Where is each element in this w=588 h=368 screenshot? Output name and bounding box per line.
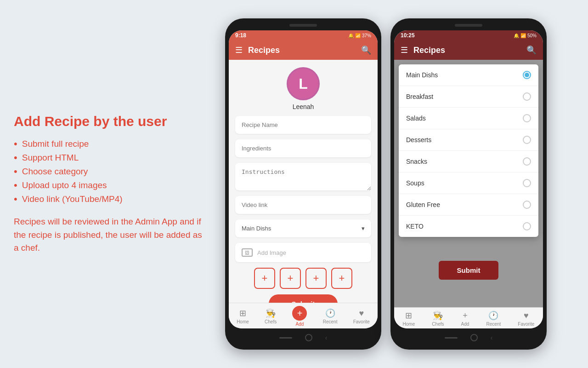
phone2-nav-recent[interactable]: 🕐 Recent <box>486 310 501 327</box>
phone2-search-icon[interactable]: 🔍 <box>526 45 537 55</box>
bullet-1: Submit full recipe <box>14 139 207 149</box>
phone2-status-icons: 🔔 📶 50% <box>514 33 537 38</box>
radio-main-dishs <box>523 71 531 79</box>
nav-recent[interactable]: 🕐 Recent <box>323 308 338 324</box>
dropdown-label-main-dishs: Main Dishs <box>406 71 438 79</box>
phone2-nav-back: ‹ <box>491 334 493 341</box>
dropdown-item-desserts[interactable]: Desserts <box>399 129 538 151</box>
phone2-chefs-icon: 👨‍🍳 <box>433 310 443 321</box>
submit-button[interactable]: Submit <box>269 294 338 303</box>
phone1-nav-bar: ‹ <box>229 331 378 344</box>
dropdown-item-keto[interactable]: KETO <box>399 216 538 237</box>
phone2-nav-home[interactable]: ⊞ Home <box>403 310 415 327</box>
upload-btn-3[interactable]: + <box>305 268 327 289</box>
phone2-nav-chefs-label: Chefs <box>432 322 444 327</box>
upload-btn-4[interactable]: + <box>331 268 352 289</box>
phones-area: 9:18 🔔 📶 37% ☰ Recipes 🔍 L <box>225 18 547 350</box>
phone2-nav-bar: ‹ <box>394 331 543 344</box>
description-text: Recipes will be reviewed in the Admin Ap… <box>14 215 207 255</box>
radio-keto <box>523 222 531 230</box>
dropdown-item-salads[interactable]: Salads <box>399 108 538 129</box>
phone2-nav-recent-label: Recent <box>486 322 501 327</box>
video-link-input[interactable] <box>235 196 371 214</box>
dropdown-label-snacks: Snacks <box>406 158 427 165</box>
add-image-label: Add Image <box>257 249 286 256</box>
dropdown-label-breakfast: Breakfast <box>406 93 433 100</box>
phone1-screen: 9:18 🔔 📶 37% ☰ Recipes 🔍 L <box>229 30 378 328</box>
home-icon: ⊞ <box>239 308 246 318</box>
phone2-submit-area: Submit <box>394 261 543 280</box>
nav-chefs[interactable]: 👨‍🍳 Chefs <box>265 308 277 324</box>
category-dropdown[interactable]: Main Dishs ▾ <box>235 219 371 237</box>
nav-add[interactable]: + Add <box>292 306 307 327</box>
phone2-nav-favorite[interactable]: ♥ Favorite <box>518 311 534 327</box>
radio-snacks <box>523 157 531 166</box>
left-panel: Add Recipe by the user Submit full recip… <box>14 113 207 255</box>
dropdown-item-breakfast[interactable]: Breakfast <box>399 86 538 108</box>
phone2-nav-home <box>470 334 478 341</box>
page-title: Add Recipe by the user <box>14 113 207 130</box>
nav-home-label: Home <box>237 319 249 324</box>
bullet-2: Support HTML <box>14 153 207 163</box>
dropdown-label-desserts: Desserts <box>406 136 431 144</box>
phone2-menu-icon[interactable]: ☰ <box>401 45 408 55</box>
category-dropdown-overlay: Main Dishs Breakfast Salads Dessert <box>399 64 538 237</box>
phone1-nav-back: ‹ <box>325 334 328 341</box>
phone2-time: 10:25 <box>401 32 415 39</box>
phone2-bottom-nav: ⊞ Home 👨‍🍳 Chefs + Add 🕐 Recent <box>394 307 543 328</box>
phone2-screen: 10:25 🔔 📶 50% ☰ Recipes 🔍 L <box>394 30 543 328</box>
phone2-submit-button[interactable]: Submit <box>439 261 499 280</box>
page-container: Add Recipe by the user Submit full recip… <box>0 0 588 368</box>
phone2-nav-favorite-label: Favorite <box>518 322 534 327</box>
radio-soups <box>523 179 531 187</box>
phone1-shell: 9:18 🔔 📶 37% ☰ Recipes 🔍 L <box>225 18 381 350</box>
dropdown-item-main-dishs[interactable]: Main Dishs <box>399 64 538 86</box>
nav-home[interactable]: ⊞ Home <box>237 308 249 324</box>
dropdown-item-snacks[interactable]: Snacks <box>399 151 538 172</box>
dropdown-arrow-icon: ▾ <box>362 225 365 232</box>
radio-gluten-free <box>523 201 531 209</box>
phone2-nav-chefs[interactable]: 👨‍🍳 Chefs <box>432 310 444 327</box>
nav-add-label: Add <box>296 322 304 327</box>
phone1-avatar-ring: L <box>287 67 320 100</box>
radio-breakfast <box>523 92 531 101</box>
category-value: Main Dishs <box>242 225 271 232</box>
add-image-row[interactable]: 🖼 Add Image <box>235 243 371 262</box>
phone2-app-title: Recipes <box>413 46 521 55</box>
upload-btn-2[interactable]: + <box>280 268 301 289</box>
bullet-5: Video link (YouTube/MP4) <box>14 194 207 204</box>
phone2-recent-icon: 🕐 <box>488 310 498 321</box>
dropdown-label-gluten-free: Gluten Free <box>406 201 440 208</box>
upload-btn-1[interactable]: + <box>254 268 275 289</box>
nav-favorite-label: Favorite <box>353 319 370 324</box>
phone1-avatar-letter: L <box>299 75 308 92</box>
phone2-shell: 10:25 🔔 📶 50% ☰ Recipes 🔍 L <box>390 18 547 350</box>
dropdown-item-soups[interactable]: Soups <box>399 172 538 194</box>
dropdown-label-soups: Soups <box>406 179 424 187</box>
recipe-name-input[interactable] <box>235 116 371 134</box>
ingredients-input[interactable] <box>235 139 371 157</box>
phone1-menu-icon[interactable]: ☰ <box>235 45 243 55</box>
dropdown-label-keto: KETO <box>406 223 424 230</box>
phone1-nav-home <box>305 334 312 341</box>
dropdown-label-salads: Salads <box>406 115 426 122</box>
phone1-bottom-nav: ⊞ Home 👨‍🍳 Chefs + Add 🕐 Recent <box>229 303 378 328</box>
radio-salads <box>523 114 531 122</box>
phone1-speaker <box>289 24 317 27</box>
phone1-search-icon[interactable]: 🔍 <box>361 45 371 55</box>
phone2-nav-lines <box>445 337 458 339</box>
dropdown-item-gluten-free[interactable]: Gluten Free <box>399 194 538 216</box>
phone1-status-icons: 🔔 📶 37% <box>348 33 371 38</box>
phone2-home-icon: ⊞ <box>405 310 412 321</box>
add-icon: + <box>292 306 307 321</box>
nav-chefs-label: Chefs <box>265 319 277 324</box>
nav-favorite[interactable]: ♥ Favorite <box>353 309 370 324</box>
favorite-icon: ♥ <box>359 309 364 318</box>
bullet-4: Upload upto 4 images <box>14 180 207 190</box>
recent-icon: 🕐 <box>325 308 335 318</box>
phone1-screen-content: L Leenah Main Dishs ▾ <box>229 60 378 303</box>
radio-desserts <box>523 136 531 144</box>
phone2-screen-content: L Main Dishs Breakfast <box>394 60 543 307</box>
phone2-nav-add[interactable]: + Add <box>461 311 469 327</box>
instructions-input[interactable] <box>235 163 371 190</box>
